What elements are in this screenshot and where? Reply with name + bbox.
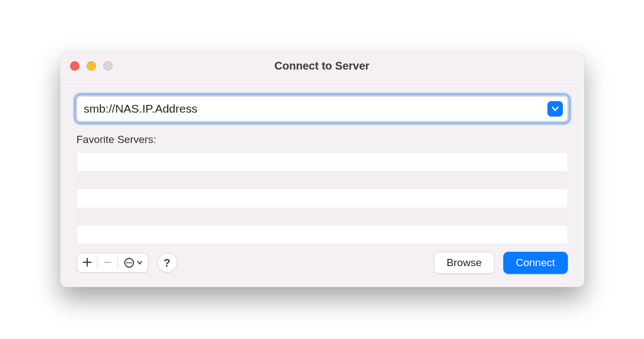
favorite-servers-list[interactable] <box>77 152 568 244</box>
minus-icon <box>103 257 112 269</box>
remove-favorite-button <box>98 253 118 272</box>
server-address-row <box>77 96 568 121</box>
connect-button[interactable]: Connect <box>503 252 568 274</box>
bottom-toolbar: ? Browse Connect <box>77 252 568 274</box>
list-item <box>77 189 567 208</box>
titlebar: Connect to Server <box>60 52 584 81</box>
list-item <box>77 208 567 226</box>
list-item <box>77 153 567 171</box>
help-icon: ? <box>163 257 170 269</box>
favorite-servers-label: Favorite Servers: <box>77 134 568 146</box>
svg-point-3 <box>130 262 132 264</box>
help-button[interactable]: ? <box>157 253 177 273</box>
ellipsis-circle-icon <box>124 257 142 268</box>
list-item <box>77 171 567 189</box>
favorites-actions-group <box>77 253 148 273</box>
svg-point-2 <box>128 262 130 264</box>
list-item <box>77 226 567 244</box>
window-title: Connect to Server <box>60 60 584 72</box>
add-favorite-button[interactable] <box>77 253 97 272</box>
plus-icon <box>83 257 92 269</box>
connect-to-server-window: Connect to Server Favorite Servers: <box>60 52 584 287</box>
more-actions-button[interactable] <box>118 253 148 272</box>
server-address-input[interactable] <box>77 96 568 121</box>
recent-servers-dropdown[interactable] <box>547 101 563 116</box>
chevron-down-icon <box>551 106 559 112</box>
chevron-down-icon <box>137 261 142 265</box>
window-content: Favorite Servers: <box>60 81 584 287</box>
svg-point-1 <box>126 262 127 264</box>
browse-button[interactable]: Browse <box>434 252 494 274</box>
